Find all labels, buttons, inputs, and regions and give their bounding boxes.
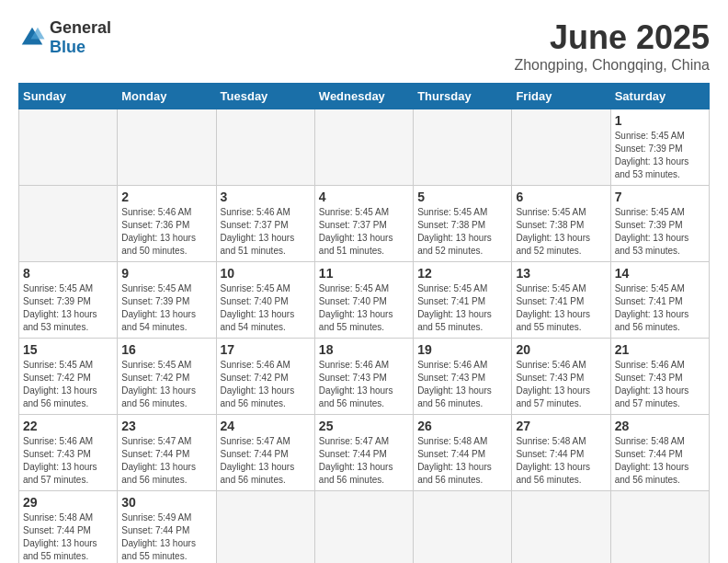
day-info: Sunrise: 5:47 AMSunset: 7:44 PMDaylight:… — [121, 436, 196, 485]
calendar-cell-7: 7Sunrise: 5:45 AMSunset: 7:39 PMDaylight… — [610, 186, 709, 262]
day-info: Sunrise: 5:45 AMSunset: 7:37 PMDaylight:… — [319, 207, 393, 256]
calendar-cell-empty — [216, 491, 314, 564]
day-info: Sunrise: 5:49 AMSunset: 7:44 PMDaylight:… — [121, 512, 196, 561]
day-number: 15 — [23, 342, 113, 357]
day-number: 25 — [319, 419, 409, 433]
calendar-cell-26: 26Sunrise: 5:48 AMSunset: 7:44 PMDayligh… — [414, 415, 512, 491]
calendar-cell-24: 24Sunrise: 5:47 AMSunset: 7:44 PMDayligh… — [216, 415, 314, 491]
calendar-cell-18: 18Sunrise: 5:46 AMSunset: 7:43 PMDayligh… — [314, 339, 413, 415]
calendar-cell-2: 2Sunrise: 5:46 AMSunset: 7:36 PMDaylight… — [118, 186, 216, 262]
calendar-cell-4: 4Sunrise: 5:45 AMSunset: 7:37 PMDaylight… — [314, 186, 413, 262]
day-info: Sunrise: 5:45 AMSunset: 7:40 PMDaylight:… — [319, 283, 393, 332]
day-number: 6 — [516, 190, 606, 204]
calendar-cell-3: 3Sunrise: 5:46 AMSunset: 7:37 PMDaylight… — [216, 186, 314, 262]
day-info: Sunrise: 5:45 AMSunset: 7:39 PMDaylight:… — [615, 131, 689, 179]
day-info: Sunrise: 5:45 AMSunset: 7:41 PMDaylight:… — [417, 283, 492, 332]
day-header-friday: Friday — [512, 84, 610, 109]
calendar-cell-empty — [19, 186, 118, 262]
day-number: 20 — [516, 342, 606, 357]
day-info: Sunrise: 5:48 AMSunset: 7:44 PMDaylight:… — [417, 436, 492, 485]
day-info: Sunrise: 5:45 AMSunset: 7:39 PMDaylight:… — [615, 207, 689, 256]
calendar-week-3: 8Sunrise: 5:45 AMSunset: 7:39 PMDaylight… — [19, 262, 710, 339]
calendar-body: 1Sunrise: 5:45 AMSunset: 7:39 PMDaylight… — [19, 109, 710, 564]
calendar-cell-empty — [118, 109, 216, 186]
calendar-cell-30: 30Sunrise: 5:49 AMSunset: 7:44 PMDayligh… — [118, 491, 216, 564]
day-info: Sunrise: 5:45 AMSunset: 7:42 PMDaylight:… — [121, 360, 196, 408]
calendar-cell-9: 9Sunrise: 5:45 AMSunset: 7:39 PMDaylight… — [118, 262, 216, 339]
day-header-sunday: Sunday — [19, 84, 118, 109]
day-number: 26 — [417, 419, 507, 433]
day-number: 12 — [417, 266, 507, 281]
calendar-cell-25: 25Sunrise: 5:47 AMSunset: 7:44 PMDayligh… — [314, 415, 413, 491]
calendar-cell-empty — [216, 109, 314, 186]
calendar-cell-17: 17Sunrise: 5:46 AMSunset: 7:42 PMDayligh… — [216, 339, 314, 415]
day-number: 16 — [121, 342, 211, 357]
day-info: Sunrise: 5:46 AMSunset: 7:43 PMDaylight:… — [615, 360, 689, 408]
day-header-thursday: Thursday — [414, 84, 512, 109]
day-number: 2 — [121, 190, 211, 204]
calendar-cell-16: 16Sunrise: 5:45 AMSunset: 7:42 PMDayligh… — [118, 339, 216, 415]
day-number: 4 — [319, 190, 409, 204]
calendar-cell-empty — [414, 109, 512, 186]
day-info: Sunrise: 5:47 AMSunset: 7:44 PMDaylight:… — [319, 436, 393, 485]
calendar-cell-15: 15Sunrise: 5:45 AMSunset: 7:42 PMDayligh… — [19, 339, 118, 415]
day-number: 13 — [516, 266, 606, 281]
day-info: Sunrise: 5:45 AMSunset: 7:39 PMDaylight:… — [121, 283, 196, 332]
day-number: 29 — [23, 495, 113, 510]
day-number: 24 — [221, 419, 311, 433]
day-info: Sunrise: 5:48 AMSunset: 7:44 PMDaylight:… — [23, 512, 97, 561]
calendar-cell-empty — [512, 491, 610, 564]
day-number: 14 — [615, 266, 705, 281]
calendar-cell-28: 28Sunrise: 5:48 AMSunset: 7:44 PMDayligh… — [610, 415, 709, 491]
day-info: Sunrise: 5:46 AMSunset: 7:42 PMDaylight:… — [221, 360, 295, 408]
day-number: 5 — [417, 190, 507, 204]
day-info: Sunrise: 5:45 AMSunset: 7:41 PMDaylight:… — [615, 283, 689, 332]
calendar-cell-5: 5Sunrise: 5:45 AMSunset: 7:38 PMDaylight… — [414, 186, 512, 262]
day-number: 8 — [23, 266, 113, 281]
day-number: 11 — [319, 266, 409, 281]
logo-general-text: General — [50, 18, 111, 37]
calendar-cell-empty — [314, 491, 413, 564]
day-info: Sunrise: 5:45 AMSunset: 7:38 PMDaylight:… — [516, 207, 590, 256]
calendar-subtitle: Zhongping, Chongqing, China — [514, 57, 710, 74]
day-number: 9 — [121, 266, 211, 281]
calendar-cell-20: 20Sunrise: 5:46 AMSunset: 7:43 PMDayligh… — [512, 339, 610, 415]
calendar-cell-empty — [610, 491, 709, 564]
day-number: 28 — [615, 419, 705, 433]
calendar-week-4: 15Sunrise: 5:45 AMSunset: 7:42 PMDayligh… — [19, 339, 710, 415]
day-info: Sunrise: 5:45 AMSunset: 7:38 PMDaylight:… — [417, 207, 492, 256]
calendar-cell-8: 8Sunrise: 5:45 AMSunset: 7:39 PMDaylight… — [19, 262, 118, 339]
day-header-tuesday: Tuesday — [216, 84, 314, 109]
calendar-cell-27: 27Sunrise: 5:48 AMSunset: 7:44 PMDayligh… — [512, 415, 610, 491]
calendar-cell-22: 22Sunrise: 5:46 AMSunset: 7:43 PMDayligh… — [19, 415, 118, 491]
day-info: Sunrise: 5:45 AMSunset: 7:39 PMDaylight:… — [23, 283, 97, 332]
logo-icon — [18, 24, 46, 52]
day-info: Sunrise: 5:46 AMSunset: 7:43 PMDaylight:… — [516, 360, 590, 408]
day-info: Sunrise: 5:46 AMSunset: 7:43 PMDaylight:… — [417, 360, 492, 408]
calendar-cell-6: 6Sunrise: 5:45 AMSunset: 7:38 PMDaylight… — [512, 186, 610, 262]
calendar-week-1: 1Sunrise: 5:45 AMSunset: 7:39 PMDaylight… — [19, 109, 710, 186]
day-info: Sunrise: 5:47 AMSunset: 7:44 PMDaylight:… — [221, 436, 295, 485]
day-number: 18 — [319, 342, 409, 357]
calendar-cell-empty — [19, 109, 118, 186]
day-header-monday: Monday — [118, 84, 216, 109]
day-info: Sunrise: 5:46 AMSunset: 7:43 PMDaylight:… — [319, 360, 393, 408]
logo-blue-text: Blue — [50, 38, 85, 56]
calendar-cell-21: 21Sunrise: 5:46 AMSunset: 7:43 PMDayligh… — [610, 339, 709, 415]
calendar-cell-14: 14Sunrise: 5:45 AMSunset: 7:41 PMDayligh… — [610, 262, 709, 339]
day-number: 27 — [516, 419, 606, 433]
day-number: 10 — [221, 266, 311, 281]
day-number: 19 — [417, 342, 507, 357]
calendar-cell-1: 1Sunrise: 5:45 AMSunset: 7:39 PMDaylight… — [610, 109, 709, 186]
page-header: General Blue June 2025 Zhongping, Chongq… — [18, 18, 710, 74]
calendar-cell-19: 19Sunrise: 5:46 AMSunset: 7:43 PMDayligh… — [414, 339, 512, 415]
day-number: 3 — [221, 190, 311, 204]
day-number: 21 — [615, 342, 705, 357]
calendar-title: June 2025 — [514, 18, 710, 57]
calendar-cell-29: 29Sunrise: 5:48 AMSunset: 7:44 PMDayligh… — [19, 491, 118, 564]
day-number: 1 — [615, 113, 705, 128]
day-header-saturday: Saturday — [610, 84, 709, 109]
calendar-cell-23: 23Sunrise: 5:47 AMSunset: 7:44 PMDayligh… — [118, 415, 216, 491]
calendar-cell-empty — [512, 109, 610, 186]
calendar-week-6: 29Sunrise: 5:48 AMSunset: 7:44 PMDayligh… — [19, 491, 710, 564]
